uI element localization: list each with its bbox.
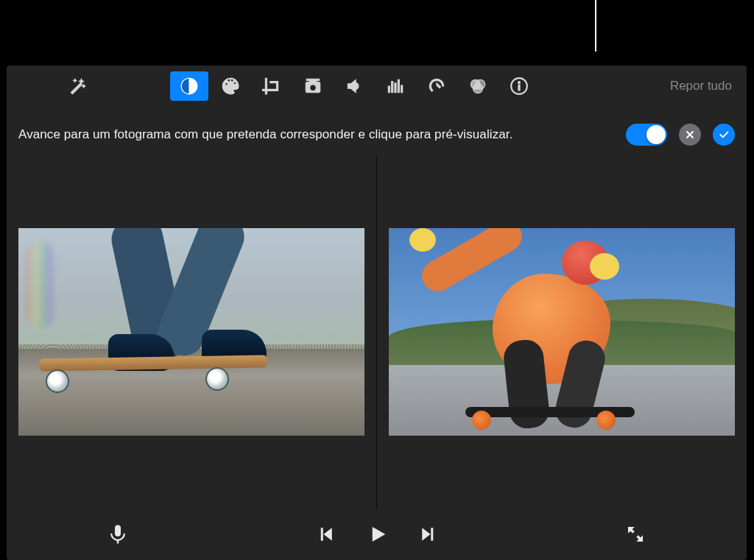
next-frame-button[interactable] [417,523,440,545]
equalizer-icon [386,77,405,96]
microphone-icon [107,523,129,545]
fullscreen-button[interactable] [624,523,646,545]
adjust-tool-group [170,71,538,101]
info-button[interactable] [500,71,538,101]
match-color-subbar: Avance para um fotograma com que pretend… [7,118,747,151]
crop-icon [262,77,281,96]
adjust-toolbar: Repor tudo [7,65,747,107]
close-icon [684,129,696,141]
preview-toggle[interactable] [626,124,667,146]
voiceover-button[interactable] [107,523,129,545]
palette-icon [221,77,240,96]
color-balance-button[interactable] [170,71,208,101]
stabilization-button[interactable] [294,71,332,101]
camera-icon [303,77,323,96]
filters-icon [468,77,487,96]
magic-wand-icon [68,77,87,96]
previous-frame-button[interactable] [314,523,337,545]
reset-all-button[interactable]: Repor tudo [670,79,732,93]
toggle-knob [646,125,666,144]
play-icon [366,523,388,545]
play-button[interactable] [366,523,388,545]
confirm-button[interactable] [713,124,735,146]
compare-viewer [7,155,747,508]
left-preview-pane[interactable] [7,155,376,508]
speed-button[interactable] [417,71,456,101]
next-icon [417,523,440,545]
right-preview-pane[interactable] [377,155,747,508]
hint-text: Avance para um fotograma com que pretend… [18,127,512,142]
prev-icon [314,523,337,545]
equalizer-button[interactable] [376,71,415,101]
magic-wand-button[interactable] [58,71,96,101]
callout-line [595,0,596,52]
info-icon [510,77,529,96]
svg-point-5 [518,82,520,84]
speedometer-icon [427,77,446,96]
volume-icon [345,77,364,96]
fullscreen-icon [624,523,646,545]
playback-controls [7,508,747,560]
filters-button[interactable] [459,71,497,101]
color-balance-icon [180,77,199,96]
volume-button[interactable] [335,71,373,101]
crop-button[interactable] [253,71,291,101]
color-correction-button[interactable] [211,71,250,101]
right-clip-thumbnail [389,228,735,436]
viewer-divider [376,155,378,508]
left-clip-thumbnail [18,228,364,436]
cancel-button[interactable] [679,124,701,146]
editor-panel: Repor tudo Avance para um fotograma com … [7,65,747,560]
check-icon [718,129,730,141]
svg-point-3 [473,84,483,93]
